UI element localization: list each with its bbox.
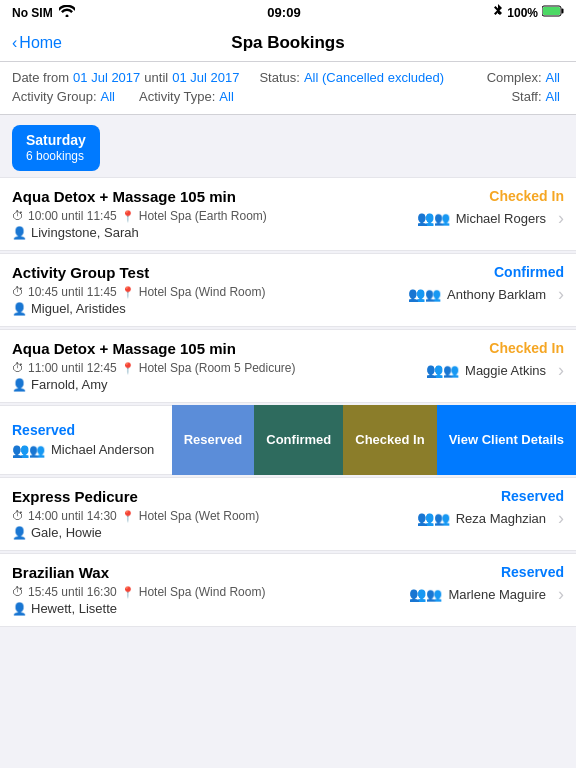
svg-rect-2: [543, 7, 560, 15]
booking-title-6: Brazilian Wax: [12, 564, 404, 581]
booking-right-6: Reserved 👥 Marlene Maguire ›: [404, 564, 564, 605]
staff-value[interactable]: All: [546, 89, 560, 104]
status-value[interactable]: All (Cancelled excluded): [304, 70, 444, 85]
staff-info-3: 👥 Maggie Atkins ›: [426, 360, 564, 381]
person-icon-3: [12, 377, 27, 392]
date-until-value[interactable]: 01 Jul 2017: [172, 70, 239, 85]
booking-guest-1: Livingstone, Sarah: [12, 225, 404, 240]
status-label: Status:: [259, 70, 299, 85]
clock-icon-3: [12, 361, 24, 375]
day-header: Saturday 6 bookings: [12, 125, 564, 171]
pin-icon-3: [121, 361, 135, 375]
wifi-icon: [59, 5, 75, 20]
date-from-value[interactable]: 01 Jul 2017: [73, 70, 140, 85]
booking-title-3: Aqua Detox + Massage 105 min: [12, 340, 404, 357]
day-name: Saturday: [26, 131, 86, 149]
booking-guest-3: Farnold, Amy: [12, 377, 404, 392]
staff-info-6: 👥 Marlene Maguire ›: [409, 584, 564, 605]
staff-icon-3: 👥: [426, 362, 459, 378]
date-from-label: Date from: [12, 70, 69, 85]
swipe-menu-row: Reserved 👥 Michael Anderson Reserved Con…: [0, 405, 576, 475]
pin-icon-2: [121, 285, 135, 299]
booking-guest-2: Miguel, Aristides: [12, 301, 404, 316]
booking-guest-5: Gale, Howie: [12, 525, 404, 540]
pin-icon-6: [121, 585, 135, 599]
status-badge-2: Confirmed: [494, 264, 564, 280]
booking-card-2[interactable]: Activity Group Test 10:45 until 11:45 Ho…: [0, 253, 576, 327]
clock-icon-5: [12, 509, 24, 523]
status-badge-1: Checked In: [489, 188, 564, 204]
chevron-right-5: ›: [558, 508, 564, 529]
complex-value[interactable]: All: [546, 70, 560, 85]
booking-right-5: Reserved 👥 Reza Maghzian ›: [404, 488, 564, 529]
booking-card-1[interactable]: Aqua Detox + Massage 105 min 10:00 until…: [0, 177, 576, 251]
booking-left-2: Activity Group Test 10:45 until 11:45 Ho…: [12, 264, 404, 316]
status-bar: No SIM 09:09 100%: [0, 0, 576, 25]
person-icon-6: [12, 601, 27, 616]
booking-time-2: 10:45 until 11:45 Hotel Spa (Wind Room): [12, 285, 404, 299]
booking-card-6[interactable]: Brazilian Wax 15:45 until 16:30 Hotel Sp…: [0, 553, 576, 627]
chevron-right-2: ›: [558, 284, 564, 305]
staff-icon-2: 👥: [408, 286, 441, 302]
person-icon-2: [12, 301, 27, 316]
staff-info-1: 👥 Michael Rogers ›: [417, 208, 564, 229]
booking-title-5: Express Pedicure: [12, 488, 404, 505]
swipe-staff-info: 👥 Michael Anderson: [12, 442, 160, 458]
battery-label: 100%: [507, 6, 538, 20]
booking-right-1: Checked In 👥 Michael Rogers ›: [404, 188, 564, 229]
staff-icon-6: 👥: [409, 586, 442, 602]
booking-title-1: Aqua Detox + Massage 105 min: [12, 188, 404, 205]
person-icon-5: [12, 525, 27, 540]
booking-card-3[interactable]: Aqua Detox + Massage 105 min 11:00 until…: [0, 329, 576, 403]
chevron-right-6: ›: [558, 584, 564, 605]
booking-card-5[interactable]: Express Pedicure 14:00 until 14:30 Hotel…: [0, 477, 576, 551]
status-time: 09:09: [267, 5, 300, 20]
pin-icon-5: [121, 509, 135, 523]
swipe-staff-icon: 👥: [12, 442, 45, 458]
status-badge-6: Reserved: [501, 564, 564, 580]
swipe-status-reserved: Reserved: [12, 422, 160, 438]
status-badge-3: Checked In: [489, 340, 564, 356]
pin-icon-1: [121, 209, 135, 223]
battery-icon: [542, 5, 564, 20]
swipe-left-panel: Reserved 👥 Michael Anderson: [0, 405, 172, 475]
swipe-reserved-button[interactable]: Reserved: [172, 405, 255, 475]
staff-icon-5: 👥: [417, 510, 450, 526]
complex-label: Complex:: [487, 70, 542, 85]
activity-type-value[interactable]: All: [219, 89, 233, 104]
activity-type-label: Activity Type:: [139, 89, 215, 104]
day-badge: Saturday 6 bookings: [12, 125, 100, 171]
booking-right-3: Checked In 👥 Maggie Atkins ›: [404, 340, 564, 381]
filter-row-dates: Date from 01 Jul 2017 until 01 Jul 2017 …: [12, 70, 564, 85]
date-until-label: until: [144, 70, 168, 85]
status-badge-5: Reserved: [501, 488, 564, 504]
booking-left-5: Express Pedicure 14:00 until 14:30 Hotel…: [12, 488, 404, 540]
back-label[interactable]: Home: [19, 34, 62, 52]
svg-rect-1: [562, 9, 564, 14]
bluetooth-icon: [493, 4, 503, 21]
staff-info-2: 👥 Anthony Barklam ›: [408, 284, 564, 305]
booking-left-3: Aqua Detox + Massage 105 min 11:00 until…: [12, 340, 404, 392]
clock-icon-1: [12, 209, 24, 223]
nav-bar: ‹ Home Spa Bookings: [0, 25, 576, 62]
status-left: No SIM: [12, 5, 75, 20]
swipe-confirmed-button[interactable]: Confirmed: [254, 405, 343, 475]
swipe-view-client-button[interactable]: View Client Details: [437, 405, 576, 475]
booking-guest-6: Hewett, Lisette: [12, 601, 404, 616]
bookings-count: 6 bookings: [26, 149, 86, 165]
swipe-checkedin-button[interactable]: Checked In: [343, 405, 436, 475]
activity-group-value[interactable]: All: [101, 89, 115, 104]
booking-right-2: Confirmed 👥 Anthony Barklam ›: [404, 264, 564, 305]
staff-info-5: 👥 Reza Maghzian ›: [417, 508, 564, 529]
filter-bar: Date from 01 Jul 2017 until 01 Jul 2017 …: [0, 62, 576, 115]
booking-time-1: 10:00 until 11:45 Hotel Spa (Earth Room): [12, 209, 404, 223]
back-button[interactable]: ‹ Home: [12, 34, 62, 52]
clock-icon-2: [12, 285, 24, 299]
booking-time-6: 15:45 until 16:30 Hotel Spa (Wind Room): [12, 585, 404, 599]
booking-title-2: Activity Group Test: [12, 264, 404, 281]
chevron-left-icon: ‹: [12, 34, 17, 52]
page-title: Spa Bookings: [231, 33, 344, 53]
booking-time-5: 14:00 until 14:30 Hotel Spa (Wet Room): [12, 509, 404, 523]
status-right: 100%: [493, 4, 564, 21]
swipe-actions-panel[interactable]: Reserved Confirmed Checked In View Clien…: [172, 405, 576, 475]
